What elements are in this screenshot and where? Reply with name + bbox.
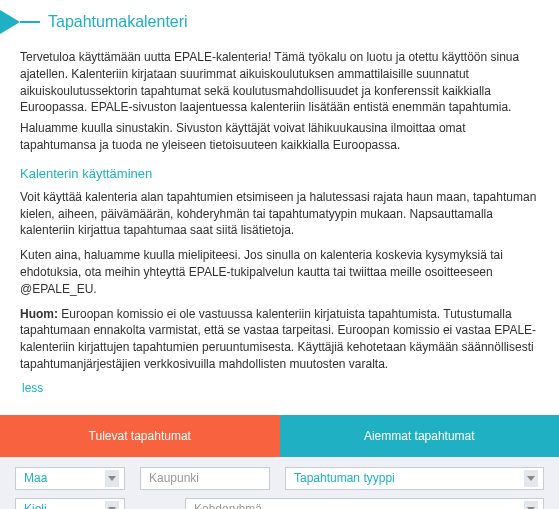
intro-paragraph-1: Tervetuloa käyttämään uutta EPALE-kalent… bbox=[20, 49, 539, 116]
intro-paragraph-4: Kuten aina, haluamme kuulla mielipiteesi… bbox=[20, 247, 539, 297]
target-group-select[interactable]: Kohderyhmä bbox=[185, 498, 544, 509]
intro-paragraph-2: Haluamme kuulla sinustakin. Sivuston käy… bbox=[20, 120, 539, 154]
chevron-down-icon bbox=[105, 470, 119, 487]
chevron-down-icon bbox=[105, 501, 119, 509]
intro-paragraph-3: Voit käyttää kalenteria alan tapahtumien… bbox=[20, 189, 539, 239]
note-text: Euroopan komissio ei ole vastuussa kalen… bbox=[20, 307, 536, 371]
event-type-label: Tapahtuman tyyppi bbox=[294, 471, 395, 485]
page-header: Tapahtumakalenteri bbox=[0, 10, 559, 34]
language-select[interactable]: Kieli bbox=[15, 498, 125, 509]
tab-upcoming[interactable]: Tulevat tapahtumat bbox=[0, 415, 280, 457]
chevron-down-icon bbox=[524, 501, 538, 509]
city-input[interactable]: Kaupunki bbox=[140, 467, 270, 490]
collapse-link[interactable]: less bbox=[22, 381, 539, 395]
header-arrow-icon bbox=[0, 10, 20, 34]
usage-header: Kalenterin käyttäminen bbox=[20, 166, 539, 181]
city-placeholder: Kaupunki bbox=[149, 471, 199, 485]
page-title: Tapahtumakalenteri bbox=[48, 13, 188, 31]
target-group-label: Kohderyhmä bbox=[194, 502, 262, 509]
language-label: Kieli bbox=[24, 502, 47, 509]
country-select-label: Maa bbox=[24, 471, 47, 485]
filter-panel: Maa Kaupunki Tapahtuman tyyppi Kieli Koh… bbox=[0, 457, 559, 509]
intro-content: Tervetuloa käyttämään uutta EPALE-kalent… bbox=[0, 49, 559, 405]
chevron-down-icon bbox=[524, 470, 538, 487]
country-select[interactable]: Maa bbox=[15, 467, 125, 490]
event-type-select[interactable]: Tapahtuman tyyppi bbox=[285, 467, 544, 490]
note-label: Huom: bbox=[20, 307, 58, 321]
tabs: Tulevat tapahtumat Aiemmat tapahtumat bbox=[0, 415, 559, 457]
intro-note: Huom: Euroopan komissio ei ole vastuussa… bbox=[20, 306, 539, 373]
header-divider bbox=[20, 21, 40, 23]
tab-past[interactable]: Aiemmat tapahtumat bbox=[280, 415, 560, 457]
